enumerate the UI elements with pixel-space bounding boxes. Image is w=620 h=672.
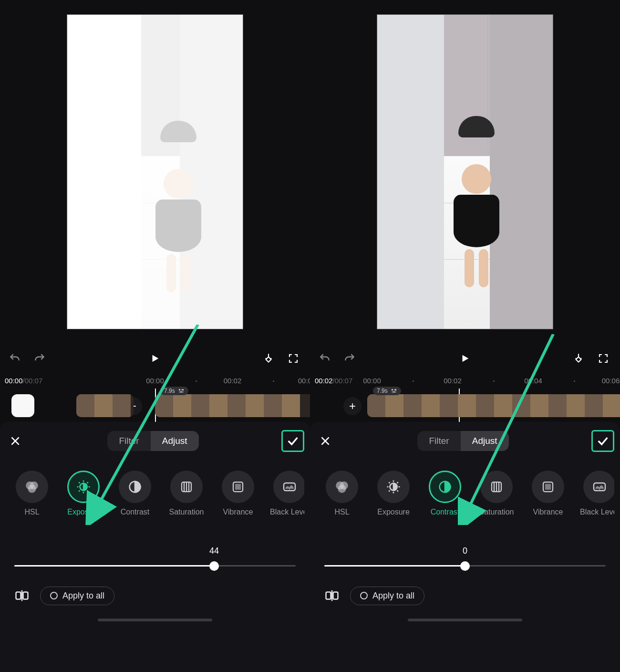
undo-button[interactable] (7, 350, 23, 367)
video-clip[interactable] (155, 394, 310, 417)
param-contrast[interactable]: Contrast (114, 471, 156, 525)
exposure-icon (67, 471, 100, 503)
clip-duration-tag: 7.9s (160, 387, 188, 395)
timeline[interactable]: + 7.9s (0, 388, 310, 422)
exposure-icon (377, 471, 410, 503)
param-vibrance[interactable]: Vibrance (527, 471, 569, 525)
play-button[interactable] (457, 350, 473, 367)
param-label: Exposure (67, 508, 100, 525)
video-preview[interactable] (67, 14, 243, 329)
param-label: Black Level (580, 508, 614, 525)
home-indicator (408, 619, 522, 621)
clip-duration-tag: 7.9s (373, 387, 401, 395)
black-level-icon (273, 471, 304, 503)
compare-button[interactable] (322, 586, 341, 605)
confirm-button[interactable] (591, 430, 614, 452)
svg-rect-26 (326, 592, 331, 599)
param-black-level[interactable]: Black Level (578, 471, 614, 525)
circle-icon (50, 592, 58, 599)
saturation-icon (480, 471, 513, 503)
keyframe-button[interactable] (570, 350, 587, 367)
param-exposure[interactable]: Exposure (62, 471, 105, 525)
close-button[interactable] (316, 431, 335, 451)
home-indicator (98, 619, 212, 621)
tab-filter[interactable]: Filter (107, 431, 150, 451)
hsl-icon (16, 471, 48, 503)
play-button[interactable] (147, 350, 163, 367)
fullscreen-button[interactable] (285, 350, 301, 367)
saturation-icon (170, 471, 203, 503)
tab-adjust[interactable]: Adjust (461, 431, 509, 451)
apply-all-label: Apply to all (372, 591, 414, 601)
param-saturation[interactable]: Saturation (165, 471, 208, 525)
ruler-mark: 00:00 (146, 377, 164, 385)
svg-rect-13 (23, 592, 28, 599)
editor-pane-left: 00:00/00:07 00:00 00:02 00:00 + 7.9s (0, 0, 310, 672)
time-ruler[interactable]: 00:00/00:07 00:00 00:02 00:00 (0, 372, 310, 388)
tab-filter[interactable]: Filter (417, 431, 460, 451)
close-button[interactable] (6, 431, 25, 451)
param-label: Contrast (431, 508, 459, 525)
apply-all-label: Apply to all (62, 591, 104, 601)
black-level-icon (583, 471, 614, 503)
param-black-level[interactable]: Black Level (268, 471, 304, 525)
param-hsl[interactable]: HSL (10, 471, 53, 525)
param-vibrance[interactable]: Vibrance (217, 471, 259, 525)
param-label: Vibrance (533, 508, 563, 525)
apply-all-button[interactable]: Apply to all (350, 587, 424, 605)
filter-adjust-tabs: Filter Adjust (107, 431, 198, 451)
svg-point-5 (28, 485, 36, 493)
param-label: Saturation (479, 508, 514, 525)
ruler-mark: 00:02 (444, 377, 462, 385)
transport-bar (310, 344, 620, 372)
preview-area (0, 0, 310, 344)
ruler-mark: 00:00 (363, 377, 381, 385)
circle-icon (360, 592, 368, 599)
adjust-panel: Filter Adjust HSL Ex (310, 422, 620, 672)
video-clip[interactable] (367, 394, 620, 417)
hsl-icon (326, 471, 358, 503)
value-slider[interactable]: 0 (316, 546, 614, 573)
apply-all-button[interactable]: Apply to all (40, 587, 114, 605)
svg-rect-10 (236, 484, 240, 489)
keyframe-button[interactable] (260, 350, 277, 367)
param-contrast[interactable]: Contrast (424, 471, 466, 525)
ruler-mark: 00:06 (602, 377, 620, 385)
contrast-icon (119, 471, 151, 503)
redo-button[interactable] (31, 350, 48, 367)
svg-point-16 (393, 391, 394, 392)
adjust-panel: Filter Adjust HSL Ex (0, 422, 310, 672)
confirm-button[interactable] (281, 430, 304, 452)
adjust-params: HSL Exposure Contrast (316, 471, 614, 525)
add-clip-button[interactable]: + (343, 397, 362, 415)
clip-cap[interactable] (11, 394, 34, 417)
param-saturation[interactable]: Saturation (475, 471, 518, 525)
editor-pane-right: 00:02/00:07 00:00 00:02 00:04 00:06 + 7.… (310, 0, 620, 672)
contrast-icon (429, 471, 461, 503)
compare-button[interactable] (12, 586, 31, 605)
filter-adjust-tabs: Filter Adjust (417, 431, 508, 451)
time-ruler[interactable]: 00:02/00:07 00:00 00:02 00:04 00:06 (310, 372, 620, 388)
transport-bar (0, 344, 310, 372)
svg-point-2 (181, 391, 182, 392)
value-slider[interactable]: 44 (6, 546, 304, 573)
param-label: Saturation (169, 508, 204, 525)
adjust-params: HSL Exposure Contrast (6, 471, 304, 525)
time-duration: 00:07 (25, 377, 43, 385)
param-label: HSL (24, 508, 39, 525)
param-hsl[interactable]: HSL (320, 471, 363, 525)
time-current: 00:00 (5, 377, 23, 385)
slider-value: 0 (463, 546, 467, 556)
time-current: 00:02 (315, 377, 333, 385)
undo-button[interactable] (317, 350, 333, 367)
param-exposure[interactable]: Exposure (372, 471, 415, 525)
preview-area (310, 0, 620, 344)
tab-adjust[interactable]: Adjust (151, 431, 199, 451)
redo-button[interactable] (341, 350, 358, 367)
time-duration: 00:07 (335, 377, 353, 385)
svg-point-19 (338, 485, 346, 493)
timeline[interactable]: + 7.9s (310, 388, 620, 422)
video-preview[interactable] (377, 14, 553, 329)
fullscreen-button[interactable] (595, 350, 611, 367)
clip-thumb[interactable] (76, 394, 134, 417)
